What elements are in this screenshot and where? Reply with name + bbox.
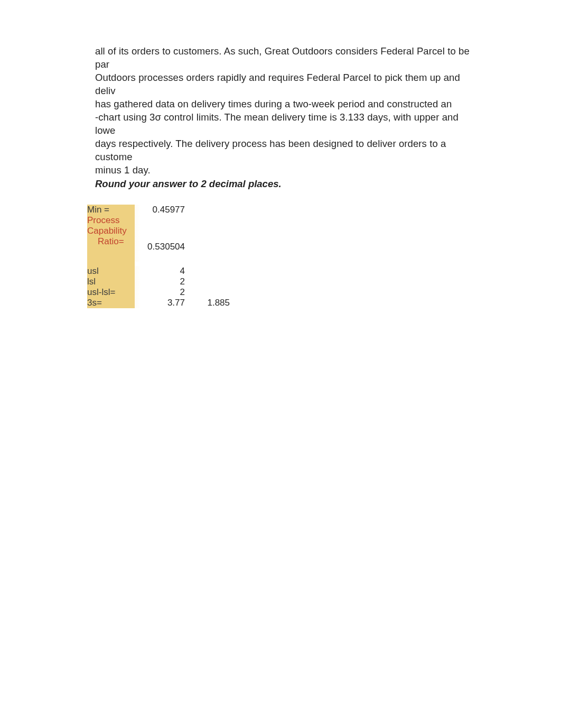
value-process-capability-ratio: 0.530504 — [135, 215, 185, 262]
extra-pcr — [185, 215, 230, 262]
extra-usl — [185, 266, 230, 277]
value-usl: 4 — [135, 266, 185, 277]
label-pcr-line1: Process — [87, 215, 119, 225]
label-usl-minus-lsl: usl-lsl= — [87, 287, 135, 298]
table-row: usl 4 — [87, 266, 230, 277]
label-process-capability-ratio: Process Capability Ratio= — [87, 215, 135, 262]
label-min: Min = — [87, 205, 135, 215]
value-3s: 3.77 — [135, 298, 185, 308]
table-row: 3s= 3.77 1.885 — [87, 298, 230, 308]
table-row: Process Capability Ratio= 0.530504 — [87, 215, 230, 262]
label-usl: usl — [87, 266, 135, 277]
rounding-instruction: Round your answer to 2 decimal places. — [95, 178, 561, 190]
para-line: days respectively. The delivery process … — [95, 138, 446, 162]
value-lsl: 2 — [135, 277, 185, 287]
label-lsl: lsl — [87, 277, 135, 287]
extra-usl-minus-lsl — [185, 287, 230, 298]
label-pcr-line3: Ratio= — [87, 236, 124, 247]
label-pcr-line2: Capability — [87, 226, 127, 236]
table-row: usl-lsl= 2 — [87, 287, 230, 298]
para-line: -chart using 3σ control limits. The mean… — [95, 112, 459, 136]
extra-min — [185, 205, 230, 215]
extra-3s: 1.885 — [185, 298, 230, 308]
calculation-table: Min = 0.45977 Process Capability Ratio= … — [87, 205, 230, 308]
value-min: 0.45977 — [135, 205, 185, 215]
para-line: has gathered data on delivery times duri… — [95, 98, 452, 109]
extra-lsl — [185, 277, 230, 287]
value-usl-minus-lsl: 2 — [135, 287, 185, 298]
table-row: lsl 2 — [87, 277, 230, 287]
problem-paragraph: all of its orders to customers. As such,… — [95, 45, 475, 177]
para-line: minus 1 day. — [95, 164, 151, 176]
para-line: all of its orders to customers. As such,… — [95, 45, 470, 70]
para-line: Outdoors processes orders rapidly and re… — [95, 72, 460, 96]
table-row: Min = 0.45977 — [87, 205, 230, 215]
label-3s: 3s= — [87, 298, 135, 308]
